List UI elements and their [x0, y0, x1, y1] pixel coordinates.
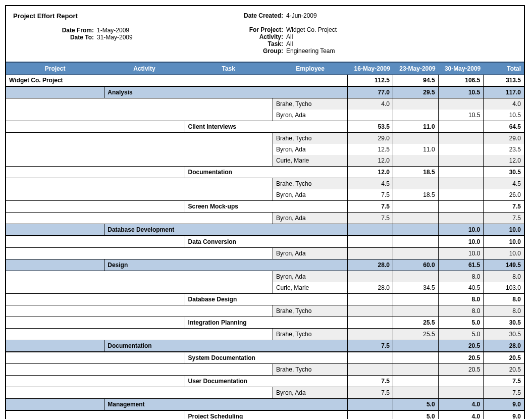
cell-activity [104, 144, 184, 155]
cell-d1 [348, 271, 393, 282]
cell-project [6, 167, 104, 178]
employee-row: Brahe, Tycho20.520.5 [6, 364, 524, 375]
cell-project [6, 133, 104, 144]
cell-employee [273, 399, 348, 410]
cell-task [185, 178, 273, 189]
cell-total: 30.5 [484, 317, 524, 328]
cell-project [6, 376, 104, 387]
cell-task: Database Design [185, 294, 273, 305]
cell-d3: 20.5 [439, 364, 484, 375]
cell-total: 10.5 [484, 110, 524, 121]
cell-employee [273, 224, 348, 235]
cell-total: 7.5 [484, 201, 524, 212]
cell-employee [273, 259, 348, 271]
cell-d1: 7.5 [348, 213, 393, 224]
cell-d3 [439, 133, 484, 144]
cell-d2 [393, 376, 439, 387]
cell-d3: 8.0 [439, 294, 484, 305]
cell-employee: Brahe, Tycho [273, 98, 348, 110]
cell-total: 7.5 [484, 213, 524, 224]
col-date-1: 16-May-2009 [348, 63, 393, 74]
cell-d1 [348, 294, 393, 305]
cell-total: 64.5 [484, 121, 524, 132]
cell-d3 [439, 387, 484, 398]
cell-total: 12.0 [484, 155, 524, 166]
cell-task: Data Conversion [185, 236, 273, 247]
cell-d1 [348, 411, 393, 419]
cell-task [185, 144, 273, 155]
cell-employee: Byron, Ada [273, 213, 348, 224]
cell-d1 [348, 352, 393, 363]
activity-row: Design28.060.061.5149.5 [6, 259, 524, 271]
cell-total: 9.0 [484, 411, 524, 419]
cell-project [6, 305, 104, 317]
cell-task: Documentation [185, 167, 273, 178]
cell-total: 7.5 [484, 387, 524, 398]
cell-d1: 7.5 [348, 387, 393, 398]
cell-d3 [439, 155, 484, 166]
cell-d2 [393, 224, 439, 235]
cell-d3 [439, 189, 484, 200]
cell-task [185, 305, 273, 317]
cell-project [6, 87, 104, 98]
cell-d2: 18.5 [393, 189, 439, 200]
cell-project [6, 259, 104, 271]
cell-total: 4.5 [484, 178, 524, 189]
task-label: Task: [238, 40, 283, 47]
cell-activity: Documentation [104, 340, 184, 351]
cell-activity [104, 75, 184, 86]
cell-d3: 40.5 [439, 282, 484, 293]
cell-d3: 61.5 [439, 259, 484, 271]
cell-employee [273, 75, 348, 86]
cell-d2 [393, 201, 439, 212]
cell-activity [104, 201, 184, 212]
cell-task: Screen Mock-ups [185, 201, 273, 212]
employee-row: Curie, Marie28.034.540.5103.0 [6, 282, 524, 293]
cell-project [6, 248, 104, 259]
date-to-value: 31-May-2009 [97, 34, 133, 41]
cell-d3 [439, 376, 484, 387]
cell-employee: Brahe, Tycho [273, 329, 348, 340]
cell-total: 26.0 [484, 189, 524, 200]
cell-activity [104, 376, 184, 387]
cell-project [6, 294, 104, 305]
cell-task [185, 75, 273, 86]
cell-d1 [348, 248, 393, 259]
cell-project [6, 201, 104, 212]
cell-d1: 112.5 [348, 75, 393, 86]
cell-activity [104, 236, 184, 247]
activity-row: Management5.04.09.0 [6, 398, 524, 410]
task-value: All [286, 40, 337, 47]
cell-total: 149.5 [484, 259, 524, 271]
cell-d1: 29.0 [348, 133, 393, 144]
cell-d3: 10.0 [439, 236, 484, 247]
cell-task [185, 364, 273, 375]
report-title: Project Effort Report [13, 12, 238, 20]
cell-d3 [439, 213, 484, 224]
cell-activity [104, 364, 184, 375]
activity-row: Analysis77.029.510.5117.0 [6, 86, 524, 98]
cell-d3 [439, 167, 484, 178]
cell-project [6, 224, 104, 235]
cell-total: 4.0 [484, 98, 524, 110]
cell-project [6, 364, 104, 375]
cell-d1 [348, 317, 393, 328]
cell-d3: 5.0 [439, 317, 484, 328]
employee-row: Brahe, Tycho29.029.0 [6, 133, 524, 144]
for-project-label: For Project: [238, 26, 283, 33]
cell-project [6, 399, 104, 410]
cell-d3 [439, 144, 484, 155]
cell-d2: 18.5 [393, 167, 439, 178]
cell-total: 28.0 [484, 340, 524, 351]
cell-task [185, 155, 273, 166]
cell-d3: 106.5 [439, 75, 484, 86]
cell-project [6, 411, 104, 419]
employee-row: Brahe, Tycho25.55.030.5 [6, 329, 524, 340]
cell-d2 [393, 305, 439, 317]
cell-activity [104, 329, 184, 340]
task-row: User Documentation7.57.5 [6, 375, 524, 387]
cell-activity: Database Development [104, 224, 184, 235]
cell-project [6, 155, 104, 166]
date-created-value: 4-Jun-2009 [286, 12, 337, 19]
cell-total: 30.5 [484, 167, 524, 178]
